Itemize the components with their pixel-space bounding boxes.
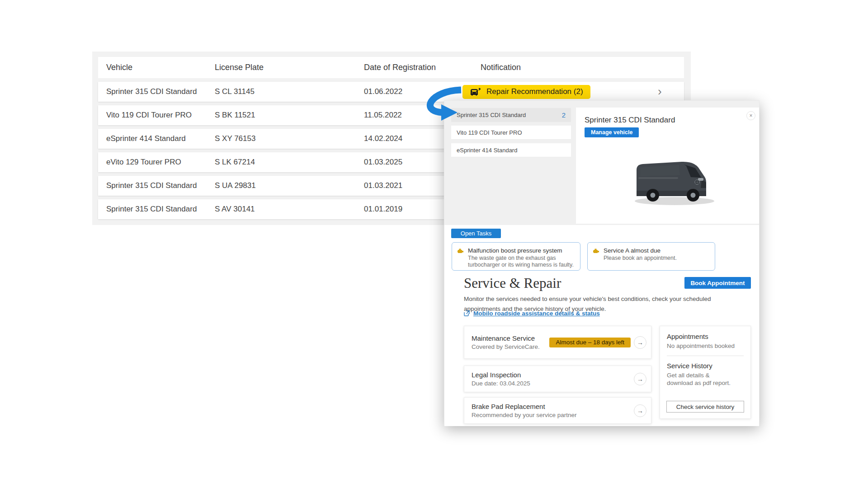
header-notification: Notification xyxy=(462,63,658,72)
cell-plate: S UA 29831 xyxy=(215,181,364,190)
open-tasks-button[interactable]: Open Tasks xyxy=(451,229,501,238)
task-card-malfunction: Malfunction boost pressure system The wa… xyxy=(452,242,580,271)
cell-plate: S BK 11521 xyxy=(215,111,364,120)
brake-pad-card[interactable]: Brake Pad Replacement Recommended by you… xyxy=(464,397,651,424)
header-plate: License Plate xyxy=(215,63,364,72)
manage-vehicle-button[interactable]: Manage vehicle xyxy=(585,127,639,137)
vehicle-image xyxy=(629,149,720,210)
book-appointment-button[interactable]: Book Appointment xyxy=(684,277,751,289)
legal-inspection-card[interactable]: Legal Inspection Due date: 03.04.2025 → xyxy=(464,366,651,392)
cell-vehicle: eVito 129 Tourer PRO xyxy=(98,158,215,167)
maintenance-service-card[interactable]: Maintenance Service Covered by ServiceCa… xyxy=(464,326,651,359)
appointments-subtitle: No appointments booked xyxy=(667,342,744,350)
repair-recommendation-badge[interactable]: Repair Recommendation (2) xyxy=(462,85,590,99)
cell-vehicle: eSprinter 414 Standard xyxy=(98,134,215,143)
close-icon[interactable]: × xyxy=(746,111,755,120)
cell-vehicle: Sprinter 315 CDI Standard xyxy=(98,205,215,214)
task-title: Service A almost due xyxy=(604,247,677,254)
arrow-right-icon[interactable]: → xyxy=(634,373,646,385)
service-history-subtitle: Get all details & download as pdf report… xyxy=(667,371,735,387)
table-header-row: Vehicle License Plate Date of Registrati… xyxy=(98,57,684,78)
page: Vehicle License Plate Date of Registrati… xyxy=(0,0,868,488)
mobilo-assistance-link[interactable]: Mobilo roadside assistance details & sta… xyxy=(464,310,600,317)
popup-body-section: Open Tasks Malfunction boost pressure sy… xyxy=(444,225,759,426)
task-title: Malfunction boost pressure system xyxy=(468,247,575,254)
appointments-history-card: Appointments No appointments booked Serv… xyxy=(660,326,751,419)
vehicle-list-label: Vito 119 CDI Tourer PRO xyxy=(457,129,522,136)
popup-top-section: Sprinter 315 CDI Standard 2 Vito 119 CDI… xyxy=(444,101,759,225)
cell-plate: S XY 76153 xyxy=(215,134,364,143)
cell-plate: S CL 31145 xyxy=(215,87,364,96)
almost-due-chip: Almost due – 18 days left xyxy=(549,338,631,347)
task-description: Please book an appointment. xyxy=(604,255,677,262)
service-card-subtitle: Due date: 03.04.2025 xyxy=(472,380,644,387)
task-card-service-due: Service A almost due Please book an appo… xyxy=(587,242,715,271)
service-history-title: Service History xyxy=(667,362,744,370)
cell-plate: S LK 67214 xyxy=(215,158,364,167)
cell-vehicle: Sprinter 315 CDI Standard xyxy=(98,87,215,96)
vehicle-detail-popup: Sprinter 315 CDI Standard 2 Vito 119 CDI… xyxy=(444,100,760,426)
table-row[interactable]: Sprinter 315 CDI Standard S CL 31145 01.… xyxy=(98,82,684,102)
engine-warning-icon xyxy=(458,248,464,253)
open-tasks-count-badge: 2 xyxy=(562,111,566,119)
cell-plate: S AV 30141 xyxy=(215,205,364,214)
vehicle-list-item[interactable]: eSprinter 414 Standard xyxy=(451,143,571,157)
arrow-right-icon[interactable]: → xyxy=(634,336,646,349)
service-card-subtitle: Recommended by your service partner xyxy=(472,412,644,418)
mobilo-link-label: Mobilo roadside assistance details & sta… xyxy=(473,310,600,317)
cell-vehicle: Sprinter 315 CDI Standard xyxy=(98,181,215,190)
service-card-title: Brake Pad Replacement xyxy=(472,403,644,410)
service-repair-heading: Service & Repair xyxy=(464,275,561,291)
cell-vehicle: Vito 119 CDI Tourer PRO xyxy=(98,111,215,120)
service-card-title: Legal Inspection xyxy=(472,371,644,379)
row-chevron-icon[interactable]: › xyxy=(658,85,662,99)
repair-badge-label: Repair Recommendation (2) xyxy=(486,87,583,96)
vehicle-list-item[interactable]: Vito 119 CDI Tourer PRO xyxy=(451,126,571,140)
header-vehicle: Vehicle xyxy=(98,63,215,72)
vehicle-detail-card: Sprinter 315 CDI Standard Manage vehicle… xyxy=(576,108,759,224)
callout-arrow-icon xyxy=(415,84,470,124)
header-date: Date of Registration xyxy=(364,63,462,72)
external-link-icon xyxy=(464,310,470,316)
vehicle-list-label: eSprinter 414 Standard xyxy=(457,147,517,154)
van-icon xyxy=(470,87,481,96)
check-service-history-button[interactable]: Check service history xyxy=(666,401,744,413)
engine-warning-icon xyxy=(593,248,599,253)
appointments-title: Appointments xyxy=(667,333,744,340)
vehicle-detail-title: Sprinter 315 CDI Standard xyxy=(585,116,675,125)
task-description: The waste gate on the exhaust gas turboc… xyxy=(468,255,575,268)
arrow-right-icon[interactable]: → xyxy=(634,404,646,417)
divider xyxy=(667,356,744,356)
